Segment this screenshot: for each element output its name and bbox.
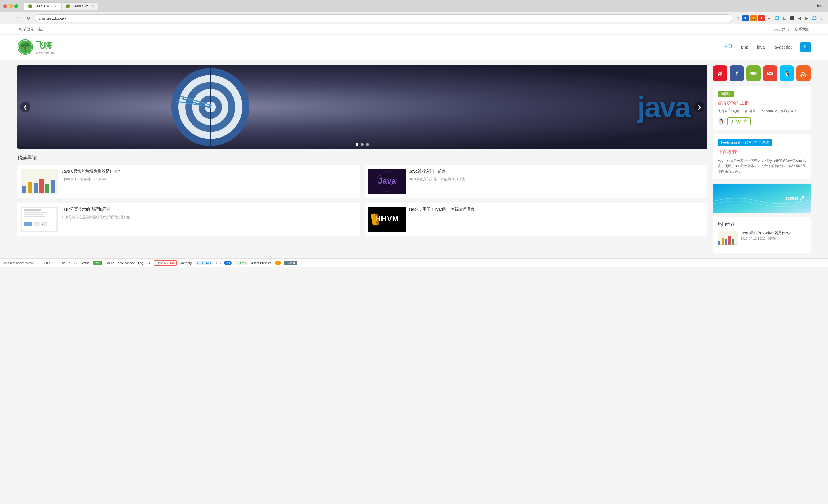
fee-label: fee [817, 3, 822, 8]
nav-home[interactable]: 首页 [724, 44, 733, 50]
menu-icon[interactable]: ⋮ [819, 15, 825, 21]
target-svg [17, 65, 431, 149]
article-title-2[interactable]: Java编程入门：前言 [409, 169, 704, 174]
browser-tab-1[interactable]: 🌴 Feehi CMS ✕ [24, 2, 61, 10]
svg-text:1: 1 [35, 223, 36, 225]
article-thumb-hhvm: HHVM [368, 207, 406, 233]
carousel-dot-3[interactable] [366, 143, 369, 146]
svg-rect-36 [24, 214, 44, 215]
article-info-2: Java编程入门：前言 Java编程入门》是一本使用Java作为... [409, 169, 704, 195]
carousel-dot-1[interactable] [356, 143, 359, 146]
article-desc-2: Java编程入门》是一本使用Java作为... [409, 177, 704, 182]
right-sidebar: 微 f 🐧 加群啦 [713, 65, 811, 253]
logo-icon [17, 39, 33, 55]
qq-join-button[interactable]: 加入QQ群 [727, 117, 751, 125]
hot-date: 2016-07-12 13:18 [741, 237, 765, 240]
status-db-label: DB [216, 261, 221, 265]
status-bundles-num: 2 [275, 261, 281, 265]
carousel-prev[interactable]: ❮ [20, 102, 31, 112]
browser-toolbar-icons: ☆ JH 🔔 A ● 🌐 ▦ ⬛ ◀ ▶ 🌐 ⋮ [735, 15, 825, 21]
article-thumb-java-intro: Java [368, 169, 406, 195]
svg-rect-57 [721, 238, 724, 245]
article-title-4[interactable]: Hack：用于HHVM的一种新编程语言 [409, 207, 704, 212]
svg-rect-23 [28, 181, 32, 193]
tab2-close[interactable]: ✕ [92, 5, 94, 8]
contact-link[interactable]: 联系我们 [795, 27, 810, 31]
status-db-time: 10 ms [235, 261, 248, 265]
browser-tabs: 🌴 Feehi CMS ✕ 🌴 Feehi CMS ✕ [24, 2, 825, 10]
status-php-ver: 7.1.12 [69, 261, 77, 265]
logo-url: www.feehi.com [36, 51, 57, 54]
article-desc-1: OpenJDK 8 有多种 GC（Gar... [61, 177, 356, 182]
svg-rect-25 [39, 179, 44, 193]
status-bar: cms.test.docker/view/16 2.0.13.1 PHP 7.1… [0, 258, 828, 267]
article-item: HHVM Hack：用于HHVM的一种新编程语言 [365, 203, 707, 236]
status-version: 2.0.13.1 [43, 261, 55, 265]
facebook-icon[interactable]: f [730, 65, 744, 81]
carousel-dot-2[interactable] [361, 143, 364, 146]
qq-icon[interactable]: 🐧 [780, 65, 794, 81]
nav-java[interactable]: java [757, 45, 765, 49]
register-link[interactable]: 注册 [37, 27, 45, 31]
carousel-next[interactable]: ❯ [694, 102, 704, 112]
ext4-icon[interactable]: ● [767, 15, 772, 21]
article-title-1[interactable]: Java 8最快的垃圾搜集器是什么? [61, 169, 356, 174]
ext8-icon[interactable]: ◀ [796, 15, 802, 21]
svg-point-52 [800, 75, 802, 77]
nav-javascript[interactable]: javascript [774, 45, 792, 49]
maximize-dot[interactable] [14, 4, 18, 8]
ext1-icon[interactable]: JH [742, 15, 749, 21]
logo: 飞嗨 www.feehi.com [17, 39, 57, 55]
search-button[interactable]: 🔍 [800, 42, 811, 52]
reload-button[interactable]: ↻ [24, 14, 32, 22]
status-bundles-label: Asset Bundles [251, 261, 271, 265]
tab1-close[interactable]: ✕ [54, 5, 57, 8]
back-button[interactable]: ‹ [3, 14, 11, 22]
status-mem-val: 8.745 MB [195, 261, 213, 265]
articles-grid: Java 8最快的垃圾搜集器是什么? OpenJDK 8 有多种 GC（Gar.… [17, 165, 707, 236]
status-db-count: 20 [224, 261, 232, 265]
svg-text:f: f [736, 70, 738, 77]
browser-tab-2[interactable]: 🌴 Feehi CMS ✕ [61, 2, 99, 10]
address-bar[interactable]: cms.test.docker/ [35, 14, 733, 22]
ext7-icon[interactable]: ⬛ [789, 15, 795, 21]
article-info-3: PHP分页技术的代码和示例 分页是目前在显示大量结果时所采用的最好的... [61, 207, 356, 233]
about-link[interactable]: 关于我们 [774, 27, 789, 31]
nav-php[interactable]: php [741, 45, 748, 49]
article-thumb-java-gc [21, 169, 58, 195]
svg-rect-59 [729, 236, 731, 245]
ext10-icon[interactable]: 🌐 [811, 15, 817, 21]
wechat-icon[interactable] [746, 65, 761, 81]
article-title-3[interactable]: PHP分页技术的代码和示例 [61, 207, 356, 212]
divider: | [791, 27, 793, 31]
tab2-label: Feehi CMS [72, 4, 89, 8]
close-dot[interactable] [3, 4, 7, 8]
banner-cms-text: cms [786, 195, 798, 202]
status-arrow: › [823, 261, 825, 265]
main-content: java ❮ ❯ 精选导读 [0, 59, 828, 258]
ext2-icon[interactable]: 🔔 [750, 15, 757, 21]
email-icon[interactable] [763, 65, 777, 81]
status-route-val: article/index [118, 261, 135, 265]
status-time-val: 496 ms [164, 261, 175, 265]
bookmark-icon[interactable]: ☆ [735, 15, 741, 21]
status-mem-label: Memory [180, 261, 192, 265]
forward-button[interactable]: › [14, 14, 22, 22]
hi-text: Hi, 请登录 [17, 27, 34, 31]
rss-icon[interactable] [796, 65, 811, 81]
article-item: Java 8最快的垃圾搜集器是什么? OpenJDK 8 有多种 GC（Gar.… [17, 165, 360, 198]
ext5-icon[interactable]: 🌐 [774, 15, 780, 21]
hot-item: Java 8最快的垃圾搜集器是什么? 2016-07-12 13:18 0评论 [717, 231, 806, 245]
article-info-4: Hack：用于HHVM的一种新编程语言 [409, 207, 704, 233]
svg-rect-37 [24, 216, 45, 217]
hot-meta-1: 2016-07-12 13:18 0评论 [741, 237, 806, 241]
hot-item-title-1[interactable]: Java 8最快的垃圾搜集器是什么? [741, 231, 806, 236]
weibo-icon[interactable]: 微 [713, 65, 727, 81]
minimize-dot[interactable] [9, 4, 13, 8]
status-url: cms.test.docker/view/16 [3, 261, 37, 265]
ext3-icon[interactable]: A [758, 15, 765, 21]
svg-rect-22 [22, 186, 27, 193]
svg-rect-24 [34, 183, 38, 193]
ext6-icon[interactable]: ▦ [781, 15, 787, 21]
ext9-icon[interactable]: ▶ [804, 15, 810, 21]
